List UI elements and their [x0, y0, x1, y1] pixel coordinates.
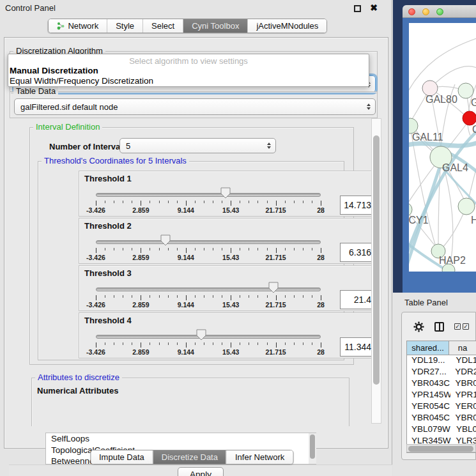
threshold-slider-track[interactable]: [96, 193, 321, 197]
float-icon[interactable]: [354, 5, 361, 12]
right-region: GAL80GACGAL11GAL4GCY1HHAP2 Table Panel: [393, 0, 476, 476]
slider-tick: [303, 342, 303, 345]
table-row[interactable]: YDL19...YDL1: [407, 355, 476, 367]
tab-label: Infer Network: [235, 452, 284, 462]
node-label: GAL4: [442, 162, 468, 173]
network-node[interactable]: [458, 83, 473, 98]
tab-infer-network[interactable]: Infer Network: [226, 450, 293, 464]
attribute-list-scrollbar[interactable]: [309, 433, 316, 464]
slider-tick: [249, 248, 249, 250]
slider-thumb[interactable]: [160, 234, 171, 246]
table-row[interactable]: YBL079WYBL0: [407, 424, 476, 436]
tab-label: Discretize Data: [162, 452, 218, 462]
tab-style[interactable]: Style: [107, 19, 142, 33]
slider-thumb[interactable]: [220, 187, 231, 199]
slider-tick: [204, 248, 204, 250]
zoom-traffic-light-icon[interactable]: [436, 8, 443, 15]
tab-network[interactable]: Network: [48, 19, 107, 33]
tab-label: Cyni Toolbox: [192, 21, 239, 31]
tab-cyni-toolbox[interactable]: Cyni Toolbox: [183, 19, 247, 33]
panel-title: Control Panel: [5, 3, 56, 13]
slider-scale-label: 2.859: [132, 348, 149, 356]
attribute-list-item[interactable]: SelfLoops: [46, 433, 316, 445]
minimize-traffic-light-icon[interactable]: [422, 8, 429, 15]
slider-tick: [168, 201, 169, 203]
tab-impute-data[interactable]: Impute Data: [91, 450, 153, 464]
slider-thumb[interactable]: [196, 329, 206, 341]
table-row[interactable]: YER054CYER0: [407, 401, 476, 413]
table-data-selected-value: galFiltered.sif default node: [20, 102, 118, 112]
slider-tick: [321, 342, 321, 348]
slider-scale-label: 15.43: [222, 206, 239, 214]
column-header[interactable]: shared...: [407, 341, 449, 355]
table-row[interactable]: YBR043CYBR0: [407, 378, 476, 390]
checkbox-icon[interactable]: ✓: [454, 323, 461, 330]
column-header[interactable]: na: [449, 341, 476, 355]
algorithm-popup: Select algorithm to view settings Manual…: [8, 54, 369, 87]
table-data-combobox[interactable]: galFiltered.sif default node: [14, 98, 376, 115]
slider-tick: [150, 342, 150, 345]
network-node[interactable]: [463, 111, 476, 125]
slider-tick: [240, 201, 240, 203]
threshold-value-field[interactable]: 21.4: [340, 290, 376, 309]
tab-discretize-data[interactable]: Discretize Data: [153, 450, 226, 464]
table-row[interactable]: YBR045CYBR0: [407, 413, 476, 424]
slider-tick: [276, 295, 277, 300]
threshold-value-field[interactable]: 11.344: [340, 337, 376, 357]
close-traffic-light-icon[interactable]: [408, 8, 415, 15]
threshold-slider-track[interactable]: [96, 335, 321, 339]
slider-tick: [204, 201, 204, 203]
slider-tick: [114, 342, 114, 345]
slider-thumb[interactable]: [268, 282, 279, 293]
threshold-slider-track[interactable]: [96, 240, 321, 244]
slider-tick: [312, 248, 312, 250]
table-row[interactable]: YPR145WYPR1: [407, 390, 476, 401]
gear-icon[interactable]: [413, 321, 424, 332]
close-icon[interactable]: ✖: [370, 3, 378, 13]
slider-tick: [312, 295, 312, 298]
columns-icon[interactable]: [434, 322, 444, 332]
slider-tick: [123, 248, 123, 250]
slider-tick: [195, 248, 196, 250]
algorithm-option[interactable]: Equal Width/Frequency Discretization: [8, 76, 369, 86]
tab-select[interactable]: Select: [142, 19, 183, 33]
slider-tick: [294, 295, 295, 298]
slider-tick: [204, 295, 204, 298]
node-label: GCY1: [409, 215, 429, 226]
apply-button[interactable]: Apply: [178, 467, 224, 476]
panel-scrollbar[interactable]: [371, 118, 381, 424]
slider-tick: [321, 295, 321, 300]
slider-scale-label: 2.859: [132, 254, 149, 261]
table-horizontal-scrollbar[interactable]: [406, 444, 476, 452]
network-canvas[interactable]: GAL80GACGAL11GAL4GCY1HHAP2: [409, 23, 476, 272]
network-node[interactable]: [458, 198, 475, 215]
number-of-intervals-combobox[interactable]: 5: [119, 138, 276, 153]
slider-tick: [114, 295, 114, 298]
slider-tick: [312, 342, 312, 345]
node-label: GA: [471, 97, 476, 108]
slider-scale-label: 28: [317, 301, 325, 309]
top-tab-bar: NetworkStyleSelectCyni ToolboxjActiveMNo…: [47, 19, 327, 33]
network-icon: [56, 22, 65, 30]
bottom-tab-bar: Impute DataDiscretize DataInfer Network: [90, 450, 293, 464]
slider-tick: [321, 248, 321, 253]
tab-jactivemnodules[interactable]: jActiveMNodules: [247, 19, 326, 33]
algorithm-option[interactable]: Manual Discretization: [8, 66, 369, 76]
threshold-label: Threshold 2: [84, 221, 132, 231]
slider-tick: [285, 295, 286, 298]
name-cell: YDR2: [450, 367, 476, 378]
scrollbar-thumb[interactable]: [373, 135, 380, 385]
slider-tick: [222, 342, 222, 345]
threshold-slider-track[interactable]: [96, 288, 321, 291]
slider-tick: [159, 295, 160, 298]
checkbox-icons: ✓ ✓: [454, 323, 469, 330]
slider-tick: [114, 201, 114, 203]
slider-scale-label: 9.144: [178, 348, 194, 356]
checkbox-icon[interactable]: ✓: [463, 323, 469, 330]
shared-name-cell: YBL079W: [407, 424, 451, 436]
slider-tick: [105, 342, 105, 345]
threshold-value-field[interactable]: 14.713: [340, 196, 376, 215]
table-header-row: shared...na: [407, 341, 476, 355]
threshold-value-field[interactable]: 6.316: [340, 243, 376, 262]
table-row[interactable]: YDR27...YDR2: [407, 367, 476, 378]
